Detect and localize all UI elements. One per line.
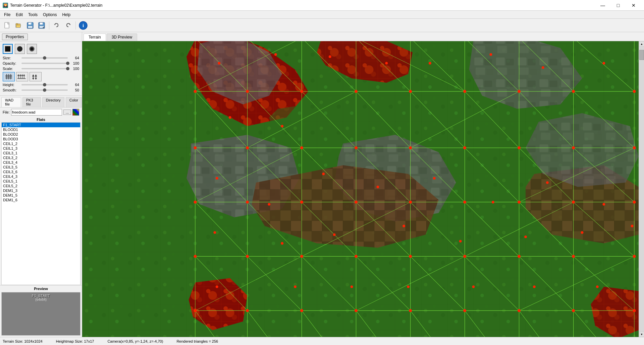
camera-status: Camera(x=0,85, y=-1,24, z=-4,70) (107, 339, 163, 343)
terrain-canvas-area (82, 41, 639, 337)
svg-rect-5 (31, 22, 32, 24)
svg-point-230 (602, 203, 605, 206)
brush-mode-smooth[interactable] (30, 72, 42, 81)
size-slider[interactable] (21, 57, 68, 59)
svg-point-196 (246, 309, 249, 312)
scale-slider[interactable] (21, 68, 68, 69)
brush-mode-raise[interactable] (16, 72, 28, 81)
flats-list[interactable]: F1_STARTBLOOD1BLOOD2BLOOD3CEIL1_2CEIL1_3… (1, 122, 80, 285)
brush-soft[interactable] (27, 44, 37, 54)
scroll-down-button[interactable]: ▼ (639, 332, 644, 337)
flat-item[interactable]: DEM1_5 (2, 193, 80, 198)
undo-button[interactable] (51, 20, 62, 31)
size-thumb[interactable] (43, 56, 46, 60)
opacity-thumb[interactable] (66, 62, 69, 65)
menu-file[interactable]: File (1, 12, 13, 18)
file-browse-button[interactable]: ... (63, 110, 71, 115)
height-value: 64 (69, 83, 79, 87)
menu-help[interactable]: Help (59, 12, 73, 18)
smooth-thumb[interactable] (43, 88, 46, 92)
flat-item[interactable]: CEIL4_3 (2, 174, 80, 179)
tab-directory[interactable]: Directory (42, 97, 64, 107)
flat-item[interactable]: CEIL5_1 (2, 179, 80, 184)
svg-point-169 (246, 146, 249, 149)
tab-3d-preview[interactable]: 3D Preview (107, 33, 137, 41)
title-bar: 🌄 Terrain Generator - F:\...ample02\Exam… (0, 0, 644, 11)
opacity-slider[interactable] (21, 63, 68, 64)
svg-point-159 (194, 90, 197, 93)
svg-point-15 (29, 46, 35, 52)
minimize-button[interactable]: — (595, 0, 610, 11)
height-slider[interactable] (21, 84, 68, 85)
svg-point-218 (385, 62, 388, 65)
new-button[interactable] (2, 20, 13, 31)
flat-item[interactable]: CEIL3_5 (2, 165, 80, 169)
flat-item[interactable]: CEIL5_2 (2, 184, 80, 188)
preview-name: F1_START (32, 294, 50, 298)
menu-tools[interactable]: Tools (25, 12, 40, 18)
svg-point-231 (213, 231, 216, 234)
flat-item[interactable]: CEIL3_1 (2, 151, 80, 155)
svg-point-175 (572, 146, 575, 149)
scroll-up-button[interactable]: ▲ (639, 41, 644, 47)
tab-wad-file[interactable]: WAD file (1, 97, 21, 107)
flat-item[interactable]: BLOOD2 (2, 132, 80, 137)
svg-point-237 (581, 231, 584, 234)
scrollbar-thumb[interactable] (639, 50, 644, 60)
height-row: Height: 64 (3, 83, 79, 87)
svg-point-178 (246, 201, 249, 204)
tab-terrain[interactable]: Terrain (84, 33, 106, 41)
texture-tabs: WAD file PK3 file Directory Color (0, 96, 82, 108)
flat-item[interactable]: CEIL3_6 (2, 169, 80, 174)
flat-item[interactable]: DEM1_3 (2, 188, 80, 193)
tab-color[interactable]: Color (66, 97, 82, 107)
smooth-slider[interactable] (21, 89, 68, 91)
svg-point-229 (546, 181, 549, 184)
properties-tab-button[interactable]: Properties (2, 33, 28, 40)
flat-item[interactable]: CEIL3_2 (2, 155, 80, 160)
menu-edit[interactable]: Edit (13, 12, 25, 18)
scale-thumb[interactable] (66, 67, 69, 70)
svg-point-195 (194, 309, 197, 312)
svg-point-242 (407, 285, 410, 288)
flat-item[interactable]: F1_START (2, 123, 80, 127)
info-button[interactable]: i (78, 20, 89, 31)
tab-pk3-file[interactable]: PK3 file (22, 97, 41, 107)
brush-circle[interactable] (15, 44, 25, 54)
smooth-label: Smooth: (3, 88, 20, 92)
save-as-button[interactable]: + (36, 20, 47, 31)
file-input[interactable] (11, 109, 62, 116)
svg-point-223 (216, 177, 218, 180)
height-thumb[interactable] (43, 83, 46, 86)
flat-item[interactable]: DEM1_6 (2, 198, 80, 202)
brush-mode-grid[interactable] (3, 72, 15, 81)
preview-header: Preview (1, 287, 80, 291)
svg-point-168 (194, 146, 197, 149)
color-picker-button[interactable] (72, 109, 79, 116)
vertical-scrollbar[interactable]: ▲ ▼ (639, 41, 644, 337)
terrain-size-status: Terrain Size: 1024x1024 (3, 339, 43, 343)
flat-item[interactable]: CEIL1_2 (2, 141, 80, 146)
svg-point-233 (333, 233, 336, 236)
svg-point-222 (602, 62, 605, 65)
open-button[interactable] (13, 20, 24, 31)
terrain-svg (82, 41, 639, 337)
flat-item[interactable]: BLOOD1 (2, 127, 80, 132)
preview-size: (64x64) (35, 298, 47, 301)
close-button[interactable]: ✕ (626, 0, 641, 11)
svg-marker-29 (23, 74, 25, 76)
flat-item[interactable]: BLOOD3 (2, 137, 80, 141)
scrollbar-track[interactable] (639, 47, 644, 332)
svg-point-162 (355, 90, 358, 93)
redo-button[interactable] (63, 20, 73, 31)
smooth-value: 50 (69, 88, 79, 92)
svg-point-183 (518, 201, 521, 204)
main-layout: Properties (0, 32, 644, 337)
menu-options[interactable]: Options (40, 12, 59, 18)
save-button[interactable] (25, 20, 36, 31)
maximize-button[interactable]: □ (610, 0, 626, 11)
flat-item[interactable]: CEIL1_3 (2, 146, 80, 151)
opacity-label: Opacity: (3, 61, 20, 65)
flat-item[interactable]: CEIL3_4 (2, 160, 80, 165)
brush-square[interactable] (3, 44, 13, 54)
